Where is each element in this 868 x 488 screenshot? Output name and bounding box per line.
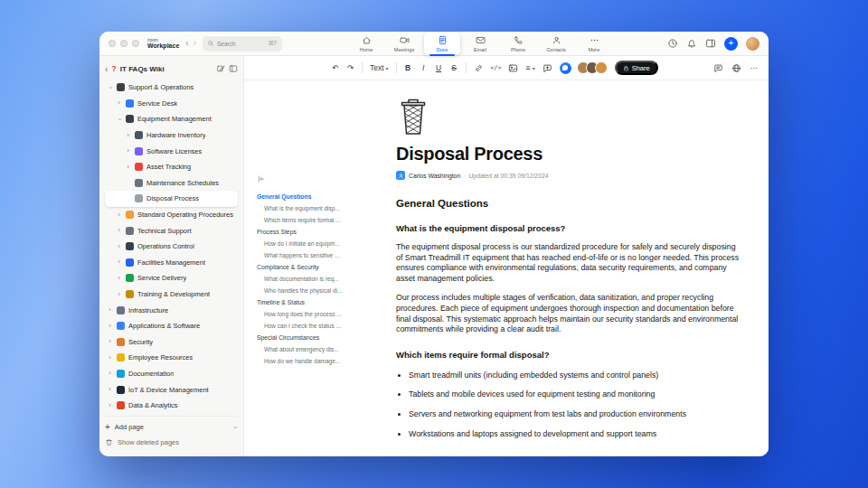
sidebar-item[interactable]: Support & Operations [105,80,238,96]
add-page-button[interactable]: + Add page [105,419,238,435]
tab-home[interactable]: Home [348,33,384,55]
bullet-item[interactable]: Workstations and laptops assigned to dev… [409,429,743,440]
sidebar-item[interactable]: Security [105,334,238,351]
tab-contacts[interactable]: Contacts [538,33,574,55]
outline-item[interactable]: Process Steps [257,226,345,238]
doc-trash-emoji-icon[interactable] [396,97,430,136]
chevron-icon[interactable] [116,227,122,234]
redo-button[interactable]: ↷ [346,61,354,75]
more-options-button[interactable]: ⋯ [750,61,758,75]
chevron-icon[interactable] [116,211,122,219]
tab-more[interactable]: More [576,33,612,55]
question-heading[interactable]: Which items require formal disposal? [396,350,743,360]
maximize-window-button[interactable] [132,40,139,47]
outline-item[interactable]: Compliance & Security [257,261,345,273]
collapse-sidebar-icon[interactable] [229,64,238,73]
new-item-button[interactable]: + [724,37,738,51]
outline-item[interactable]: How do I initiate an equipm... [257,238,345,249]
back-button[interactable] [185,39,188,48]
show-deleted-pages-button[interactable]: Show deleted pages [105,435,238,450]
underline-button[interactable]: U [435,61,443,75]
sidebar-item[interactable]: Equipment Management [105,111,238,127]
chevron-icon[interactable] [107,323,113,330]
code-button[interactable]: </> [491,61,502,75]
sidebar-item[interactable]: Applications & Software [105,318,238,334]
undo-button[interactable]: ↶ [331,61,339,75]
outline-item[interactable]: Special Circumstances [257,332,345,343]
tab-email[interactable]: Email [462,33,498,55]
tab-phone[interactable]: Phone [500,33,536,55]
section-heading[interactable]: General Questions [396,198,743,209]
doc-paragraph[interactable]: The equipment disposal process is our st… [396,242,743,284]
close-window-button[interactable] [108,40,116,47]
outline-item[interactable]: What happens to sensitive ... [257,249,345,261]
sidebar-item[interactable]: Hardware Inventory [105,127,238,144]
outline-item[interactable]: General Questions [257,191,345,202]
sidebar-item[interactable]: Technical Support [105,222,238,239]
sidebar-item[interactable]: Documentation [105,366,238,382]
chevron-icon[interactable] [116,116,123,122]
chevron-icon[interactable] [107,386,113,393]
sidebar-item[interactable]: Data & Analytics [105,398,238,414]
sidebar-item[interactable]: Software Licenses [105,143,238,159]
bell-icon[interactable] [686,38,697,49]
compose-icon[interactable] [216,64,225,73]
sidebar-item[interactable]: Disposal Process [105,191,238,207]
outline-item[interactable]: How long does the process ... [257,308,345,320]
outline-item[interactable]: What is the equipment disp... [257,202,345,214]
chevron-icon[interactable] [116,291,122,298]
chevron-icon[interactable] [116,258,122,266]
link-button[interactable] [474,61,484,75]
add-comment-button[interactable] [542,61,552,75]
strikethrough-button[interactable]: S [450,61,458,75]
chevron-icon[interactable] [125,147,131,155]
tab-docs[interactable]: Docs [424,33,460,55]
sidebar-item[interactable]: Employee Resources [105,350,238,366]
outline-item[interactable]: What documentation is req... [257,273,345,285]
bullet-item[interactable]: Tablets and mobile devices used for equi… [409,389,743,400]
chevron-icon[interactable] [107,402,113,409]
collaborator-avatar[interactable] [595,61,608,74]
sidebar-item[interactable]: Service Delivery [105,270,238,286]
sidebar-item[interactable]: IoT & Device Management [105,381,238,398]
chevron-icon[interactable] [116,243,122,250]
outline-item[interactable]: Who handles the physical di... [257,285,345,296]
question-heading[interactable]: What is the equipment disposal process? [396,223,743,233]
chevron-icon[interactable] [116,275,122,282]
text-style-dropdown[interactable]: Text [370,63,389,72]
outline-item[interactable]: How do we handle damage... [257,355,345,367]
chevron-down-icon[interactable] [231,424,239,430]
outline-item[interactable]: What about emergency dis... [257,343,345,355]
outline-item[interactable]: How can I check the status ... [257,320,345,332]
chevron-icon[interactable] [125,132,131,139]
sidebar-item[interactable]: Service Desk [105,96,238,112]
bullet-item[interactable]: Smart treadmill units (including embedde… [409,371,743,381]
user-avatar[interactable] [746,37,760,51]
global-search-input[interactable]: Search ⌘F [203,36,282,52]
minimize-window-button[interactable] [120,40,127,47]
image-button[interactable] [508,61,518,75]
outline-item[interactable]: Timeline & Status [257,296,345,308]
sidebar-item[interactable]: Infrastructure [105,302,238,318]
panel-toggle-icon[interactable] [705,38,716,49]
bullet-item[interactable]: Servers and networking equipment from te… [409,409,743,420]
outline-item[interactable]: Which items require formal ... [257,214,345,226]
chevron-icon[interactable] [107,84,114,90]
ai-companion-icon[interactable] [560,62,571,74]
sidebar-item[interactable]: Operations Control [105,239,238,255]
sidebar-item[interactable]: Maintenance Schedules [105,175,238,192]
sidebar-back-button[interactable] [105,64,108,74]
doc-title[interactable]: Disposal Process [396,144,743,164]
sidebar-item[interactable]: Facilities Management [105,255,238,271]
sidebar-item[interactable]: Standard Operating Procedures [105,207,238,223]
collapse-outline-button[interactable] [257,174,266,183]
tab-meetings[interactable]: Meetings [386,33,422,55]
sidebar-item[interactable]: Training & Development [105,286,238,303]
bold-button[interactable]: B [404,61,412,75]
chevron-icon[interactable] [107,370,113,377]
chevron-icon[interactable] [107,354,113,361]
clock-icon[interactable] [667,38,678,49]
chevron-icon[interactable] [116,99,122,107]
globe-icon[interactable] [731,63,741,73]
chevron-icon[interactable] [125,164,131,171]
